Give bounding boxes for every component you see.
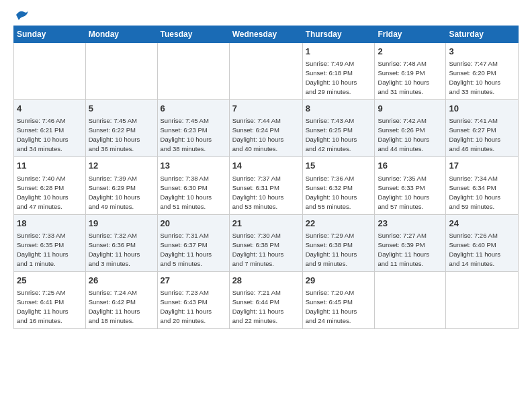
day-number: 14 <box>232 160 300 172</box>
logo-bird-icon <box>15 8 30 24</box>
day-number: 23 <box>378 218 443 230</box>
day-number: 3 <box>449 46 515 58</box>
day-info: Sunrise: 7:39 AM Sunset: 6:29 PM Dayligh… <box>89 175 140 210</box>
calendar-cell: 26Sunrise: 7:24 AM Sunset: 6:42 PM Dayli… <box>85 271 157 328</box>
calendar-cell: 28Sunrise: 7:21 AM Sunset: 6:44 PM Dayli… <box>229 271 302 328</box>
calendar-cell <box>446 271 519 328</box>
day-header-friday: Friday <box>375 26 446 43</box>
calendar-table: SundayMondayTuesdayWednesdayThursdayFrid… <box>13 26 519 329</box>
day-number: 11 <box>17 160 83 172</box>
day-info: Sunrise: 7:37 AM Sunset: 6:31 PM Dayligh… <box>232 175 284 210</box>
day-header-wednesday: Wednesday <box>229 26 302 43</box>
day-number: 27 <box>161 275 226 287</box>
calendar-cell: 16Sunrise: 7:35 AM Sunset: 6:33 PM Dayli… <box>375 157 446 214</box>
day-number: 13 <box>161 160 226 172</box>
day-number: 22 <box>306 218 372 230</box>
day-info: Sunrise: 7:46 AM Sunset: 6:21 PM Dayligh… <box>17 117 69 152</box>
day-header-thursday: Thursday <box>302 26 375 43</box>
calendar-cell: 4Sunrise: 7:46 AM Sunset: 6:21 PM Daylig… <box>14 100 86 157</box>
calendar-cell: 27Sunrise: 7:23 AM Sunset: 6:43 PM Dayli… <box>157 271 229 328</box>
day-info: Sunrise: 7:20 AM Sunset: 6:45 PM Dayligh… <box>306 289 357 324</box>
day-number: 19 <box>89 218 154 230</box>
day-number: 6 <box>161 103 226 115</box>
day-number: 1 <box>306 46 372 58</box>
calendar-cell: 25Sunrise: 7:25 AM Sunset: 6:41 PM Dayli… <box>14 271 86 328</box>
day-info: Sunrise: 7:35 AM Sunset: 6:33 PM Dayligh… <box>378 175 429 210</box>
calendar-cell: 9Sunrise: 7:42 AM Sunset: 6:26 PM Daylig… <box>375 100 446 157</box>
calendar-cell <box>157 43 229 100</box>
day-number: 5 <box>89 103 154 115</box>
calendar-cell: 5Sunrise: 7:45 AM Sunset: 6:22 PM Daylig… <box>85 100 157 157</box>
calendar-cell: 3Sunrise: 7:47 AM Sunset: 6:20 PM Daylig… <box>446 43 519 100</box>
calendar-cell: 29Sunrise: 7:20 AM Sunset: 6:45 PM Dayli… <box>302 271 375 328</box>
calendar-cell: 17Sunrise: 7:34 AM Sunset: 6:34 PM Dayli… <box>446 157 519 214</box>
day-number: 17 <box>449 160 515 172</box>
calendar-week-row: 18Sunrise: 7:33 AM Sunset: 6:35 PM Dayli… <box>14 214 519 271</box>
calendar-cell: 24Sunrise: 7:26 AM Sunset: 6:40 PM Dayli… <box>446 214 519 271</box>
day-info: Sunrise: 7:45 AM Sunset: 6:22 PM Dayligh… <box>89 117 140 152</box>
day-number: 8 <box>306 103 372 115</box>
logo <box>13 11 30 20</box>
day-number: 10 <box>449 103 515 115</box>
day-number: 28 <box>232 275 300 287</box>
calendar-cell: 11Sunrise: 7:40 AM Sunset: 6:28 PM Dayli… <box>14 157 86 214</box>
calendar-week-row: 4Sunrise: 7:46 AM Sunset: 6:21 PM Daylig… <box>14 100 519 157</box>
calendar-cell: 15Sunrise: 7:36 AM Sunset: 6:32 PM Dayli… <box>302 157 375 214</box>
day-info: Sunrise: 7:27 AM Sunset: 6:39 PM Dayligh… <box>378 232 429 267</box>
calendar-body: 1Sunrise: 7:49 AM Sunset: 6:18 PM Daylig… <box>14 43 519 329</box>
day-header-tuesday: Tuesday <box>157 26 229 43</box>
day-info: Sunrise: 7:21 AM Sunset: 6:44 PM Dayligh… <box>232 289 284 324</box>
calendar-cell: 6Sunrise: 7:45 AM Sunset: 6:23 PM Daylig… <box>157 100 229 157</box>
calendar-cell: 2Sunrise: 7:48 AM Sunset: 6:19 PM Daylig… <box>375 43 446 100</box>
calendar-cell: 22Sunrise: 7:29 AM Sunset: 6:38 PM Dayli… <box>302 214 375 271</box>
day-info: Sunrise: 7:31 AM Sunset: 6:37 PM Dayligh… <box>161 232 212 267</box>
day-number: 29 <box>306 275 372 287</box>
day-number: 24 <box>449 218 515 230</box>
day-number: 7 <box>232 103 300 115</box>
day-header-monday: Monday <box>85 26 157 43</box>
day-info: Sunrise: 7:48 AM Sunset: 6:19 PM Dayligh… <box>378 60 429 95</box>
day-number: 16 <box>378 160 443 172</box>
day-info: Sunrise: 7:47 AM Sunset: 6:20 PM Dayligh… <box>449 60 500 95</box>
day-info: Sunrise: 7:33 AM Sunset: 6:35 PM Dayligh… <box>17 232 69 267</box>
calendar-cell <box>85 43 157 100</box>
day-info: Sunrise: 7:41 AM Sunset: 6:27 PM Dayligh… <box>449 117 500 152</box>
calendar-cell: 19Sunrise: 7:32 AM Sunset: 6:36 PM Dayli… <box>85 214 157 271</box>
calendar-cell: 13Sunrise: 7:38 AM Sunset: 6:30 PM Dayli… <box>157 157 229 214</box>
day-info: Sunrise: 7:38 AM Sunset: 6:30 PM Dayligh… <box>161 175 212 210</box>
day-number: 26 <box>89 275 154 287</box>
day-info: Sunrise: 7:25 AM Sunset: 6:41 PM Dayligh… <box>17 289 69 324</box>
day-info: Sunrise: 7:42 AM Sunset: 6:26 PM Dayligh… <box>378 117 429 152</box>
day-info: Sunrise: 7:34 AM Sunset: 6:34 PM Dayligh… <box>449 175 500 210</box>
calendar-cell: 12Sunrise: 7:39 AM Sunset: 6:29 PM Dayli… <box>85 157 157 214</box>
day-number: 12 <box>89 160 154 172</box>
calendar-cell: 8Sunrise: 7:43 AM Sunset: 6:25 PM Daylig… <box>302 100 375 157</box>
day-info: Sunrise: 7:23 AM Sunset: 6:43 PM Dayligh… <box>161 289 212 324</box>
day-info: Sunrise: 7:44 AM Sunset: 6:24 PM Dayligh… <box>232 117 284 152</box>
day-info: Sunrise: 7:32 AM Sunset: 6:36 PM Dayligh… <box>89 232 140 267</box>
day-number: 25 <box>17 275 83 287</box>
calendar-cell: 14Sunrise: 7:37 AM Sunset: 6:31 PM Dayli… <box>229 157 302 214</box>
calendar-cell <box>14 43 86 100</box>
calendar-cell: 10Sunrise: 7:41 AM Sunset: 6:27 PM Dayli… <box>446 100 519 157</box>
day-info: Sunrise: 7:26 AM Sunset: 6:40 PM Dayligh… <box>449 232 500 267</box>
calendar-header-row: SundayMondayTuesdayWednesdayThursdayFrid… <box>14 26 519 43</box>
calendar-cell <box>375 271 446 328</box>
calendar-cell: 1Sunrise: 7:49 AM Sunset: 6:18 PM Daylig… <box>302 43 375 100</box>
day-info: Sunrise: 7:45 AM Sunset: 6:23 PM Dayligh… <box>161 117 212 152</box>
day-number: 2 <box>378 46 443 58</box>
page-header <box>13 11 519 20</box>
calendar-week-row: 11Sunrise: 7:40 AM Sunset: 6:28 PM Dayli… <box>14 157 519 214</box>
day-info: Sunrise: 7:40 AM Sunset: 6:28 PM Dayligh… <box>17 175 69 210</box>
calendar-cell: 18Sunrise: 7:33 AM Sunset: 6:35 PM Dayli… <box>14 214 86 271</box>
day-number: 20 <box>161 218 226 230</box>
calendar-week-row: 1Sunrise: 7:49 AM Sunset: 6:18 PM Daylig… <box>14 43 519 100</box>
day-header-sunday: Sunday <box>14 26 86 43</box>
day-number: 9 <box>378 103 443 115</box>
calendar-cell: 20Sunrise: 7:31 AM Sunset: 6:37 PM Dayli… <box>157 214 229 271</box>
day-number: 18 <box>17 218 83 230</box>
day-info: Sunrise: 7:49 AM Sunset: 6:18 PM Dayligh… <box>306 60 357 95</box>
day-info: Sunrise: 7:30 AM Sunset: 6:38 PM Dayligh… <box>232 232 284 267</box>
day-number: 21 <box>232 218 300 230</box>
day-header-saturday: Saturday <box>446 26 519 43</box>
